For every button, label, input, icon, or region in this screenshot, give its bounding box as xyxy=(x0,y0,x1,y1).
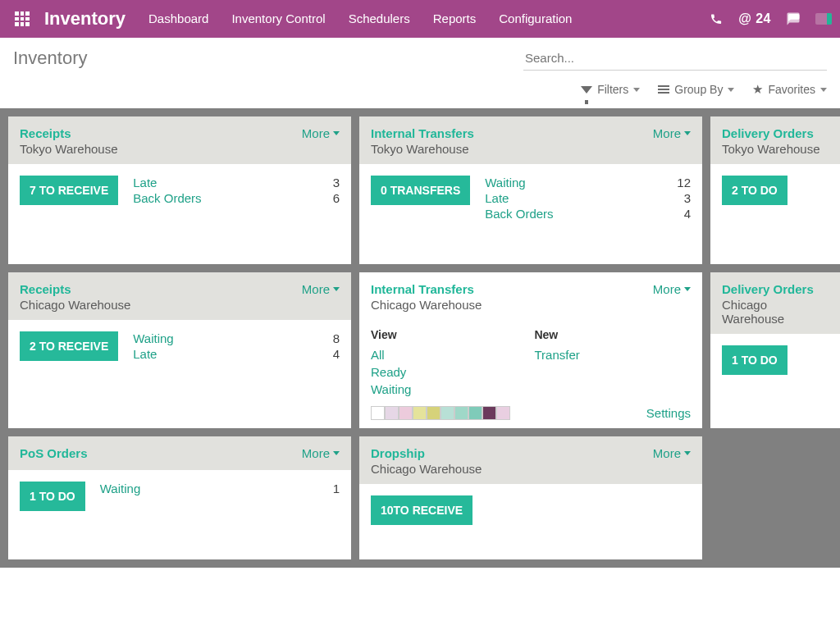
progress-indicator[interactable] xyxy=(815,13,832,25)
action-button[interactable]: 2 TO DO xyxy=(722,176,788,205)
card-more-button[interactable]: More xyxy=(653,446,691,460)
color-swatch[interactable] xyxy=(496,406,510,420)
action-button[interactable]: 1 TO DO xyxy=(20,482,85,511)
view-waiting[interactable]: Waiting xyxy=(371,381,411,398)
stat-value: 1 xyxy=(333,482,340,495)
card-delivery-chicago: Delivery Orders Chicago Warehouse 1 TO D… xyxy=(710,272,840,428)
stat-value: 6 xyxy=(333,191,340,205)
card-title[interactable]: Delivery Orders xyxy=(722,282,830,296)
card-title[interactable]: Internal Transfers xyxy=(371,126,653,140)
caret-down-icon xyxy=(333,131,340,135)
filter-icon xyxy=(581,86,592,94)
card-more-button[interactable]: More xyxy=(302,282,340,296)
card-dropship-chicago: Dropship Chicago Warehouse More 10TO REC… xyxy=(359,436,702,559)
action-button[interactable]: 0 TRANSFERS xyxy=(371,176,470,205)
card-title[interactable]: PoS Orders xyxy=(20,446,302,460)
card-title[interactable]: Delivery Orders xyxy=(722,126,830,140)
card-transfers-tokyo: Internal Transfers Tokyo Warehouse More … xyxy=(359,116,702,264)
color-swatch[interactable] xyxy=(413,406,427,420)
card-more-button[interactable]: More xyxy=(302,446,340,460)
color-swatch[interactable] xyxy=(399,406,413,420)
stat-value: 12 xyxy=(677,176,691,189)
kanban-board: Receipts Tokyo Warehouse More 7 TO RECEI… xyxy=(0,108,840,568)
main-nav: Dashboard Inventory Control Schedulers R… xyxy=(137,0,583,38)
action-button[interactable]: 7 TO RECEIVE xyxy=(20,176,118,205)
color-swatch[interactable] xyxy=(482,406,496,420)
stat-value: 3 xyxy=(677,191,691,205)
stat-link[interactable]: Back Orders xyxy=(133,191,313,205)
card-subtitle: Chicago Warehouse xyxy=(20,298,302,312)
card-receipts-tokyo: Receipts Tokyo Warehouse More 7 TO RECEI… xyxy=(8,116,351,264)
card-more-button[interactable]: More xyxy=(302,126,340,140)
view-ready[interactable]: Ready xyxy=(371,363,411,381)
caret-down-icon xyxy=(684,451,691,455)
color-swatch[interactable] xyxy=(454,406,468,420)
systray: @ 24 xyxy=(709,11,837,26)
nav-reports[interactable]: Reports xyxy=(422,0,488,38)
nav-schedulers[interactable]: Schedulers xyxy=(337,0,422,38)
color-swatch[interactable] xyxy=(441,406,454,420)
star-icon: ★ xyxy=(752,82,763,97)
groupby-button[interactable]: Group By xyxy=(658,82,734,97)
new-transfer[interactable]: Transfer xyxy=(534,346,579,363)
caret-down-icon xyxy=(820,88,827,92)
nav-dashboard[interactable]: Dashboard xyxy=(137,0,220,38)
action-button[interactable]: 2 TO RECEIVE xyxy=(20,331,118,361)
card-more-button[interactable]: More xyxy=(653,126,691,140)
color-swatch[interactable] xyxy=(468,406,482,420)
stat-link[interactable]: Late xyxy=(133,176,313,189)
view-all[interactable]: All xyxy=(371,346,411,363)
control-panel: Inventory Filters Group By ★ Favorites xyxy=(0,38,840,108)
caret-down-icon xyxy=(333,451,340,455)
stat-link[interactable]: Late xyxy=(485,191,657,205)
stat-value: 3 xyxy=(333,176,340,189)
stat-value: 4 xyxy=(677,207,691,221)
card-subtitle: Chicago Warehouse xyxy=(371,462,653,476)
caret-down-icon xyxy=(728,88,734,92)
filters-button[interactable]: Filters xyxy=(581,82,640,97)
favorites-button[interactable]: ★ Favorites xyxy=(752,82,827,97)
search-input[interactable] xyxy=(523,46,827,71)
more-label: More xyxy=(302,126,330,140)
caret-down-icon xyxy=(684,287,691,291)
stat-link[interactable]: Waiting xyxy=(485,176,657,189)
card-subtitle: Chicago Warehouse xyxy=(722,298,830,326)
card-title[interactable]: Internal Transfers xyxy=(371,282,653,296)
filters-label: Filters xyxy=(597,83,628,96)
color-swatch[interactable] xyxy=(427,406,441,420)
color-swatches: Settings xyxy=(371,406,691,420)
color-swatch[interactable] xyxy=(371,406,385,420)
card-more-button[interactable]: More xyxy=(653,282,691,296)
stat-value: 8 xyxy=(333,331,340,345)
settings-link[interactable]: Settings xyxy=(646,406,691,420)
app-brand[interactable]: Inventory xyxy=(41,8,137,30)
action-button[interactable]: 10TO RECEIVE xyxy=(371,495,472,525)
card-title[interactable]: Receipts xyxy=(20,126,302,140)
phone-icon[interactable] xyxy=(709,11,724,26)
stat-value: 4 xyxy=(333,347,340,361)
stat-link[interactable]: Waiting xyxy=(100,482,313,495)
new-heading: New xyxy=(534,328,579,341)
card-subtitle: Tokyo Warehouse xyxy=(722,142,830,156)
caret-down-icon xyxy=(684,131,691,135)
stat-link[interactable]: Late xyxy=(133,347,313,361)
top-bar: Inventory Dashboard Inventory Control Sc… xyxy=(0,0,840,38)
card-pos-orders: PoS Orders More 1 TO DO Waiting1 xyxy=(8,436,351,559)
card-header: Receipts Tokyo Warehouse More xyxy=(8,116,351,164)
chat-icon[interactable] xyxy=(786,11,801,26)
color-swatch[interactable] xyxy=(385,406,399,420)
empty-cell xyxy=(710,436,840,559)
view-heading: View xyxy=(371,328,411,341)
card-transfers-chicago: Internal Transfers Chicago Warehouse Mor… xyxy=(359,272,702,428)
card-title[interactable]: Dropship xyxy=(371,446,653,460)
stat-link[interactable]: Waiting xyxy=(133,331,313,345)
nav-inventory-control[interactable]: Inventory Control xyxy=(220,0,336,38)
stat-link[interactable]: Back Orders xyxy=(485,207,657,221)
messaging-counter[interactable]: @ 24 xyxy=(738,11,771,26)
caret-down-icon xyxy=(333,287,340,291)
apps-button[interactable] xyxy=(3,0,41,38)
card-title[interactable]: Receipts xyxy=(20,282,302,296)
nav-configuration[interactable]: Configuration xyxy=(487,0,583,38)
apps-grid-icon xyxy=(15,11,30,26)
action-button[interactable]: 1 TO DO xyxy=(722,345,788,375)
